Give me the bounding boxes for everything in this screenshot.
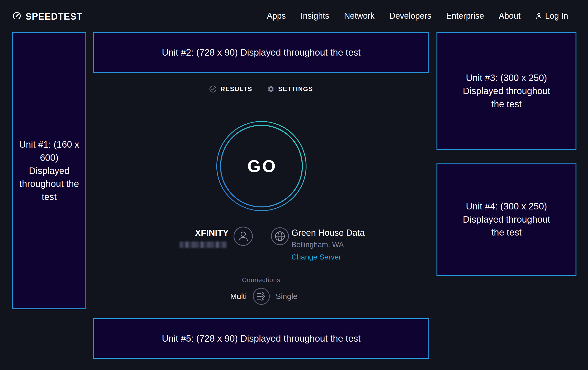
go-button-label: GO xyxy=(215,120,308,212)
check-circle-icon xyxy=(209,85,217,93)
trademark-mark: ™ xyxy=(83,10,86,14)
nav-item-network[interactable]: Network xyxy=(344,11,375,21)
connections-multi-option[interactable]: Multi xyxy=(196,292,247,301)
nav-item-enterprise[interactable]: Enterprise xyxy=(446,11,484,21)
redacted-ip-address xyxy=(179,241,227,248)
ad-unit-1-text: Unit #1: (160 x 600) Displayed throughou… xyxy=(19,138,79,203)
ad-unit-2-text: Unit #2: (728 x 90) Displayed throughout… xyxy=(162,46,361,59)
nav-item-insights[interactable]: Insights xyxy=(301,11,329,21)
nav-item-developers[interactable]: Developers xyxy=(389,11,431,21)
ad-unit-4-text: Unit #4: (300 x 250) Displayed throughou… xyxy=(456,200,557,239)
login-label: Log In xyxy=(545,11,568,21)
ad-unit-2[interactable]: Unit #2: (728 x 90) Displayed throughout… xyxy=(93,32,429,73)
tab-results-label: RESULTS xyxy=(220,86,252,93)
tab-settings-label: SETTINGS xyxy=(278,86,313,93)
primary-nav: Apps Insights Network Developers Enterpr… xyxy=(267,0,568,32)
ad-unit-3[interactable]: Unit #3: (300 x 250) Displayed throughou… xyxy=(437,32,577,150)
ad-unit-1[interactable]: Unit #1: (160 x 600) Displayed throughou… xyxy=(12,32,86,309)
tab-results[interactable]: RESULTS xyxy=(209,85,252,93)
gear-icon xyxy=(267,85,275,93)
server-location: Bellingham, WA xyxy=(292,240,344,249)
ad-unit-4[interactable]: Unit #4: (300 x 250) Displayed throughou… xyxy=(437,163,577,276)
login-button[interactable]: Log In xyxy=(535,11,568,21)
go-button[interactable]: GO xyxy=(215,120,308,212)
server-name: Green House Data xyxy=(292,228,365,238)
user-icon xyxy=(535,12,542,20)
ad-unit-5[interactable]: Unit #5: (728 x 90) Displayed throughout… xyxy=(93,318,429,359)
top-nav-bar: SPEEDTEST™ Apps Insights Network Develop… xyxy=(0,0,588,32)
nav-item-about[interactable]: About xyxy=(499,11,521,21)
connections-toggle-row: Multi Single xyxy=(93,287,429,305)
change-server-link[interactable]: Change Server xyxy=(292,253,341,261)
speedtest-page: SPEEDTEST™ Apps Insights Network Develop… xyxy=(0,0,588,370)
view-tabs: RESULTS SETTINGS xyxy=(93,81,429,97)
nav-item-apps[interactable]: Apps xyxy=(267,11,286,21)
server-globe-icon[interactable] xyxy=(271,227,289,246)
brand-wordmark: SPEEDTEST™ xyxy=(25,10,86,22)
connections-single-option[interactable]: Single xyxy=(276,292,326,301)
tab-settings[interactable]: SETTINGS xyxy=(267,85,313,93)
ad-unit-3-text: Unit #3: (300 x 250) Displayed throughou… xyxy=(456,71,557,110)
connections-title: Connections xyxy=(93,276,429,284)
ad-unit-5-text: Unit #5: (728 x 90) Displayed throughout… xyxy=(162,332,361,345)
speedtest-logo[interactable]: SPEEDTEST™ xyxy=(12,0,86,32)
multi-connections-arrows-icon[interactable] xyxy=(252,287,270,305)
isp-user-icon[interactable] xyxy=(233,227,253,247)
speedometer-gauge-icon xyxy=(12,11,21,20)
isp-name: XFINITY xyxy=(138,228,229,238)
